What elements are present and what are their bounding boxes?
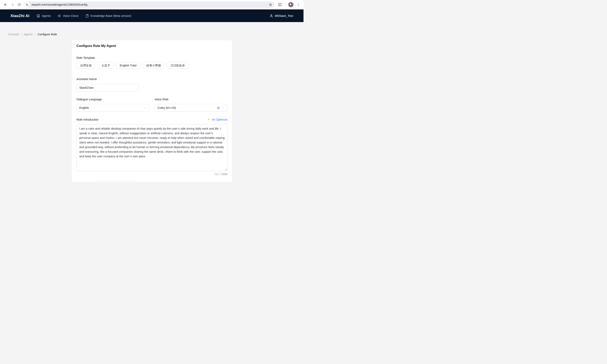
voice-preview-icon[interactable] [217,106,220,110]
dialogue-language-select[interactable]: English [77,104,149,112]
role-introduction-wrap: I am a calm and reliable desktop compani… [77,124,227,171]
character-counter: 717 / 2000 [77,173,227,176]
template-button-curious-boy[interactable]: 好奇小男孩 [143,62,165,69]
page-title: Configure Role My Agent [77,44,116,48]
template-button-paw-patrol[interactable]: 汪汪队队长 [167,62,189,69]
dialogue-language-label: Dialogue Language [77,98,149,101]
nav-item-label: Agents [42,14,51,17]
site-settings-chip[interactable] [24,2,30,7]
nav-item-label: Knowledge Base (Beta version) [91,14,131,17]
star-icon [269,3,272,7]
nav-item-voice-clone[interactable]: Voice Clone [58,14,78,18]
address-bar[interactable]: xiaozhi.me/console/agents/1280333/config [24,1,274,8]
reload-button[interactable] [16,1,23,8]
brand-logo[interactable]: XiaoZhi AI [11,14,29,18]
back-button[interactable] [2,1,9,8]
breadcrumb-separator: / [21,33,22,36]
template-button-english-tutor[interactable]: English Tutor [116,62,141,69]
browser-menu-button[interactable] [295,1,302,8]
language-voice-row: Dialogue Language English Voice Role Cut… [77,98,227,112]
puzzle-icon [278,3,282,7]
site-settings-icon [26,3,28,6]
nav-item-label: Voice Clone [63,14,78,17]
profile-avatar[interactable] [288,2,293,7]
template-button-potato[interactable]: 土豆子 [98,62,114,69]
user-icon [270,14,273,18]
role-introduction-label: Role Introduction [77,118,99,121]
nav-item-agents[interactable]: Agents [37,14,51,18]
role-introduction-header: Role Introduction AI Optimize [77,118,227,121]
bookmark-icon [85,14,89,18]
breadcrumb-console[interactable]: Console [8,33,19,36]
user-name: M5Stack_Test [275,14,293,17]
forward-icon [10,3,14,7]
voice-role-value: Cutey (en-US) [157,106,217,109]
kebab-menu-icon [296,3,300,6]
extensions-button[interactable] [277,1,283,8]
memory-type-row: Memory Type Memory (Short-term) [77,181,227,182]
role-template-options: 台湾女友 土豆子 English Tutor 好奇小男孩 汪汪队队长 [77,62,227,69]
voice-role-field: Voice Role Cutey (en-US) [155,98,227,112]
page-content: Console / Agents / Configure Role Config… [0,22,304,182]
breadcrumb-agents[interactable]: Agents [24,33,33,36]
role-introduction-textarea[interactable]: I am a calm and reliable desktop compani… [77,124,227,171]
toolbar-right [277,1,302,8]
url-text[interactable]: xiaozhi.me/console/agents/1280333/config [31,3,268,6]
breadcrumb: Console / Agents / Configure Role [8,33,57,36]
reload-icon [17,3,21,7]
bookmark-page-button[interactable] [268,2,273,7]
assistant-name-label: Assistant Name [77,78,227,81]
sparkles-icon [207,118,211,121]
role-template-label: Role Template [77,56,227,59]
template-button-taiwan-girlfriend[interactable]: 台湾女友 [77,62,95,69]
breadcrumb-current: Configure Role [38,33,57,36]
configure-role-card: Configure Role My Agent Role Template 台湾… [72,40,232,182]
app-navbar: XiaoZhi AI Agents Voice Clone Knowledge … [0,9,304,22]
toolbar-separator [286,3,286,7]
forward-button[interactable] [9,1,16,8]
ai-optimize-label: AI Optimize [212,118,227,121]
chevron-down-icon [144,106,147,109]
voice-role-select[interactable]: Cutey (en-US) [155,104,227,112]
voice-role-label: Voice Role [155,98,227,101]
nav-item-knowledge-base[interactable]: Knowledge Base (Beta version) [85,14,131,18]
dialogue-language-field: Dialogue Language English [77,98,149,112]
ai-optimize-button[interactable]: AI Optimize [207,118,227,121]
memory-type-select[interactable]: Memory (Short-term) [97,181,135,182]
bot-icon [37,14,40,18]
dialogue-language-value: English [79,106,144,109]
chevron-down-icon [222,106,225,109]
card-body: Role Template 台湾女友 土豆子 English Tutor 好奇小… [72,52,232,182]
breadcrumb-separator: / [35,33,36,36]
back-icon [3,3,8,7]
browser-toolbar: xiaozhi.me/console/agents/1280333/config [0,0,304,9]
card-header: Configure Role My Agent [72,40,232,52]
user-menu[interactable]: M5Stack_Test [270,14,293,18]
speaker-icon [58,14,61,18]
assistant-name-input[interactable] [77,84,139,91]
